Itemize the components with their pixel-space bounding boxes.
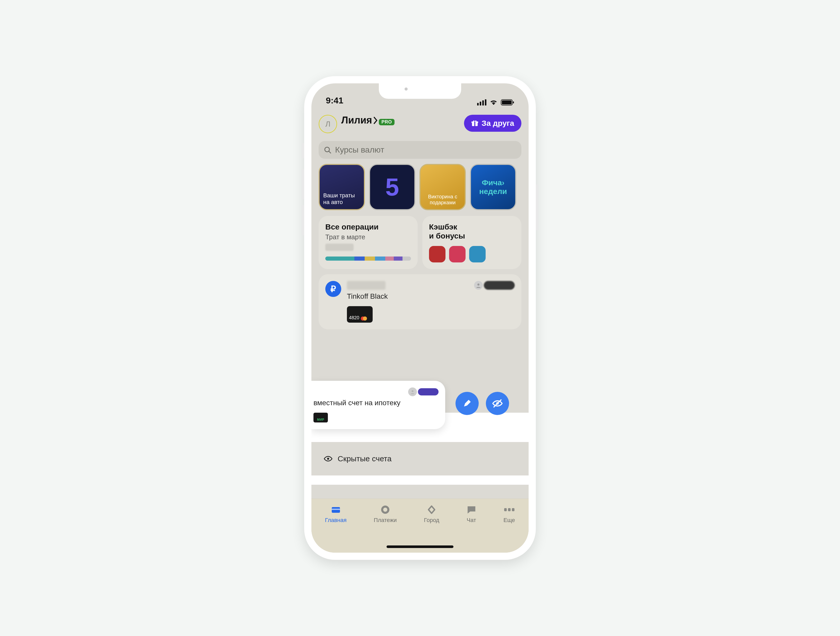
mastercard-icon (361, 316, 367, 320)
tab-payments[interactable]: Платежи (374, 505, 396, 524)
eye-off-icon (492, 398, 503, 409)
status-bar: 9:41 (311, 84, 529, 107)
home-indicator[interactable] (387, 545, 453, 548)
battery-icon (501, 99, 514, 106)
account-shared-users[interactable] (474, 281, 515, 290)
tab-label: Еще (504, 517, 515, 524)
tab-label: Чат (467, 517, 476, 524)
tab-more[interactable]: Еще (504, 505, 515, 524)
story-label: Ваши траты на авто (323, 192, 360, 205)
cashback-title: Кэшбэк и бонусы (429, 223, 515, 240)
shared-name-redacted (418, 388, 439, 395)
story-five[interactable]: 5 (369, 164, 415, 210)
status-time: 9:41 (326, 95, 343, 106)
search-input[interactable]: Курсы валют (319, 141, 521, 159)
avatar-letter: Л (321, 117, 335, 131)
person-icon (474, 281, 483, 290)
avatar[interactable]: Л (319, 115, 337, 133)
account-card[interactable]: ₽ Tinkoff Black (319, 274, 521, 329)
story-auto-spend[interactable]: Ваши траты на авто (319, 164, 365, 210)
story-label: Фича› недели (475, 178, 512, 196)
ops-amount-redacted (325, 244, 354, 251)
card-mini-mir[interactable]: МИР (313, 413, 328, 423)
svg-rect-5 (502, 100, 512, 104)
search-placeholder: Курсы валют (335, 145, 384, 155)
svg-rect-6 (513, 101, 514, 103)
svg-point-12 (477, 284, 480, 286)
story-label: 5 (385, 173, 399, 201)
tab-label: Город (424, 517, 439, 524)
svg-rect-0 (477, 103, 479, 106)
svg-point-19 (382, 507, 388, 513)
profile-name: Лилия (341, 115, 372, 126)
story-label: Викторина с подарками (424, 194, 461, 205)
tab-bar: Главная Платежи Город Чат (311, 499, 529, 552)
wifi-icon (489, 99, 498, 106)
svg-rect-9 (474, 122, 475, 126)
tab-city[interactable]: Город (424, 505, 439, 524)
more-tab-icon (504, 507, 515, 513)
hidden-accounts-label: Скрытые счета (338, 455, 392, 463)
cashback-card[interactable]: Кэшбэк и бонусы (422, 216, 521, 269)
stories-row[interactable]: Ваши траты на авто 5 Викторина с подарка… (311, 159, 529, 210)
rouble-icon: ₽ (325, 281, 341, 297)
cellular-icon (477, 99, 486, 106)
story-feature[interactable]: Фича› недели (470, 164, 516, 210)
pencil-icon (462, 398, 472, 409)
profile-name-button[interactable]: Лилия (341, 115, 378, 126)
cashback-squares (429, 246, 515, 262)
tab-home[interactable]: Главная (325, 505, 347, 524)
svg-rect-2 (482, 100, 484, 106)
ops-subtitle: Трат в марте (325, 233, 411, 241)
person-icon (408, 387, 417, 396)
ops-spend-bar (325, 257, 411, 260)
svg-rect-20 (504, 508, 507, 511)
svg-rect-1 (480, 102, 481, 106)
shared-name-redacted (484, 281, 515, 290)
edit-account-button[interactable] (456, 392, 479, 415)
tab-label: Платежи (374, 517, 396, 524)
svg-rect-22 (512, 508, 515, 511)
card-last4: 4820 (349, 315, 359, 320)
payments-tab-icon (381, 505, 390, 514)
all-operations-card[interactable]: Все операции Трат в марте (319, 216, 418, 269)
svg-point-16 (327, 458, 329, 460)
svg-rect-3 (485, 99, 486, 106)
swiped-account-card[interactable]: вместный счет на ипотеку МИР (311, 381, 445, 429)
svg-rect-21 (508, 508, 511, 511)
chevron-right-icon (373, 117, 378, 124)
home-tab-icon (331, 505, 341, 514)
account-balance-redacted (347, 281, 385, 290)
invite-friend-label: За друга (482, 119, 514, 128)
svg-line-11 (329, 151, 331, 153)
svg-rect-18 (332, 509, 340, 510)
card-mini[interactable]: 4820 (347, 306, 373, 323)
mir-scheme: МИР (317, 418, 324, 421)
svg-point-13 (412, 390, 413, 392)
account-label: Tinkoff Black (347, 292, 388, 300)
phone-frame: 9:41 Л (304, 76, 536, 560)
hide-account-button[interactable] (486, 392, 509, 415)
pro-badge: PRO (379, 119, 395, 125)
swiped-account-label: вместный счет на ипотеку (313, 399, 439, 407)
tab-label: Главная (325, 517, 347, 524)
search-icon (324, 146, 332, 154)
chat-tab-icon (467, 505, 476, 514)
tab-chat[interactable]: Чат (467, 505, 476, 524)
hidden-accounts-row[interactable]: Скрытые счета (311, 442, 529, 475)
invite-friend-button[interactable]: За друга (464, 115, 521, 132)
gift-icon (471, 120, 478, 127)
ops-title: Все операции (325, 223, 411, 232)
city-tab-icon (426, 505, 437, 514)
eye-icon (324, 455, 333, 463)
story-quiz[interactable]: Викторина с подарками (420, 164, 466, 210)
